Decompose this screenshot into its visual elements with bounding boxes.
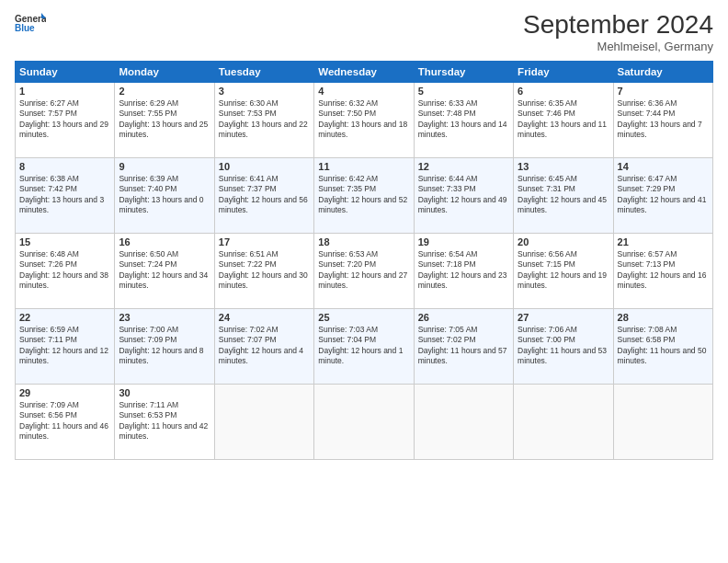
table-cell: 28 Sunrise: 7:08 AMSunset: 6:58 PMDaylig… — [613, 308, 712, 384]
day-number: 7 — [618, 86, 709, 97]
cell-content: Sunrise: 7:11 AMSunset: 6:53 PMDaylight:… — [119, 400, 210, 442]
table-cell: 23 Sunrise: 7:00 AMSunset: 7:09 PMDaylig… — [115, 308, 214, 384]
day-number: 30 — [119, 387, 210, 398]
cell-content: Sunrise: 6:42 AMSunset: 7:35 PMDaylight:… — [318, 174, 409, 216]
header-saturday: Saturday — [613, 61, 712, 82]
table-cell: 25 Sunrise: 7:03 AMSunset: 7:04 PMDaylig… — [314, 308, 414, 384]
cell-content: Sunrise: 7:02 AMSunset: 7:07 PMDaylight:… — [219, 325, 310, 367]
logo-svg: General Blue — [15, 11, 46, 39]
table-cell: 19 Sunrise: 6:54 AMSunset: 7:18 PMDaylig… — [414, 233, 513, 308]
location-subtitle: Mehlmeisel, Germany — [523, 40, 713, 53]
cell-content: Sunrise: 6:33 AMSunset: 7:48 PMDaylight:… — [418, 98, 509, 141]
header-thursday: Thursday — [414, 61, 513, 82]
day-number: 21 — [618, 236, 709, 247]
day-number: 11 — [318, 161, 409, 172]
day-number: 8 — [19, 161, 110, 172]
cell-content: Sunrise: 6:59 AMSunset: 7:11 PMDaylight:… — [19, 325, 110, 367]
svg-text:Blue: Blue — [15, 23, 35, 33]
day-number: 20 — [518, 236, 609, 247]
day-number: 16 — [119, 236, 210, 247]
logo: General Blue — [15, 11, 46, 39]
cell-content: Sunrise: 6:35 AMSunset: 7:46 PMDaylight:… — [518, 98, 609, 141]
table-cell: 27 Sunrise: 7:06 AMSunset: 7:00 PMDaylig… — [514, 308, 613, 384]
table-cell: 29 Sunrise: 7:09 AMSunset: 6:56 PMDaylig… — [16, 384, 115, 459]
day-number: 13 — [518, 161, 609, 172]
svg-text:General: General — [15, 14, 46, 24]
table-cell: 13 Sunrise: 6:45 AMSunset: 7:31 PMDaylig… — [514, 157, 613, 233]
table-cell: 3 Sunrise: 6:30 AMSunset: 7:53 PMDayligh… — [214, 82, 313, 157]
table-cell — [514, 384, 613, 459]
table-cell: 22 Sunrise: 6:59 AMSunset: 7:11 PMDaylig… — [16, 308, 115, 384]
cell-content: Sunrise: 6:38 AMSunset: 7:42 PMDaylight:… — [19, 174, 110, 216]
table-cell: 17 Sunrise: 6:51 AMSunset: 7:22 PMDaylig… — [214, 233, 313, 308]
cell-content: Sunrise: 6:47 AMSunset: 7:29 PMDaylight:… — [618, 174, 709, 216]
cell-content: Sunrise: 6:44 AMSunset: 7:33 PMDaylight:… — [418, 174, 509, 216]
day-number: 10 — [219, 161, 310, 172]
table-cell: 8 Sunrise: 6:38 AMSunset: 7:42 PMDayligh… — [16, 157, 115, 233]
day-number: 25 — [318, 312, 409, 323]
cell-content: Sunrise: 6:36 AMSunset: 7:44 PMDaylight:… — [618, 98, 709, 141]
table-cell — [414, 384, 513, 459]
day-number: 5 — [418, 86, 509, 97]
day-number: 14 — [618, 161, 709, 172]
table-cell: 7 Sunrise: 6:36 AMSunset: 7:44 PMDayligh… — [613, 82, 712, 157]
cell-content: Sunrise: 7:00 AMSunset: 7:09 PMDaylight:… — [119, 325, 210, 367]
day-number: 4 — [318, 86, 409, 97]
cell-content: Sunrise: 6:39 AMSunset: 7:40 PMDaylight:… — [119, 174, 210, 216]
table-cell: 18 Sunrise: 6:53 AMSunset: 7:20 PMDaylig… — [314, 233, 414, 308]
cell-content: Sunrise: 6:56 AMSunset: 7:15 PMDaylight:… — [518, 249, 609, 292]
cell-content: Sunrise: 7:05 AMSunset: 7:02 PMDaylight:… — [418, 325, 509, 367]
day-number: 1 — [19, 86, 110, 97]
cell-content: Sunrise: 6:53 AMSunset: 7:20 PMDaylight:… — [318, 249, 409, 292]
cell-content: Sunrise: 6:45 AMSunset: 7:31 PMDaylight:… — [518, 174, 609, 216]
table-cell — [214, 384, 313, 459]
cell-content: Sunrise: 6:32 AMSunset: 7:50 PMDaylight:… — [318, 98, 409, 141]
day-number: 23 — [119, 312, 210, 323]
cell-content: Sunrise: 7:03 AMSunset: 7:04 PMDaylight:… — [318, 325, 409, 367]
calendar-table: SundayMondayTuesdayWednesdayThursdayFrid… — [15, 61, 713, 460]
table-cell: 24 Sunrise: 7:02 AMSunset: 7:07 PMDaylig… — [214, 308, 313, 384]
cell-content: Sunrise: 6:48 AMSunset: 7:26 PMDaylight:… — [19, 249, 110, 292]
cell-content: Sunrise: 6:29 AMSunset: 7:55 PMDaylight:… — [119, 98, 210, 141]
header-tuesday: Tuesday — [214, 61, 313, 82]
table-cell: 21 Sunrise: 6:57 AMSunset: 7:13 PMDaylig… — [613, 233, 712, 308]
header-monday: Monday — [115, 61, 214, 82]
table-cell: 6 Sunrise: 6:35 AMSunset: 7:46 PMDayligh… — [514, 82, 613, 157]
day-number: 3 — [219, 86, 310, 97]
page-header: General Blue September 2024 Mehlmeisel, … — [15, 11, 713, 53]
cell-content: Sunrise: 6:54 AMSunset: 7:18 PMDaylight:… — [418, 249, 509, 292]
title-block: September 2024 Mehlmeisel, Germany — [523, 11, 713, 53]
cell-content: Sunrise: 6:50 AMSunset: 7:24 PMDaylight:… — [119, 249, 210, 292]
cell-content: Sunrise: 6:41 AMSunset: 7:37 PMDaylight:… — [219, 174, 310, 216]
table-cell: 26 Sunrise: 7:05 AMSunset: 7:02 PMDaylig… — [414, 308, 513, 384]
day-number: 24 — [219, 312, 310, 323]
table-cell: 5 Sunrise: 6:33 AMSunset: 7:48 PMDayligh… — [414, 82, 513, 157]
table-cell: 1 Sunrise: 6:27 AMSunset: 7:57 PMDayligh… — [16, 82, 115, 157]
table-cell: 14 Sunrise: 6:47 AMSunset: 7:29 PMDaylig… — [613, 157, 712, 233]
cell-content: Sunrise: 6:51 AMSunset: 7:22 PMDaylight:… — [219, 249, 310, 292]
day-number: 15 — [19, 236, 110, 247]
table-cell: 9 Sunrise: 6:39 AMSunset: 7:40 PMDayligh… — [115, 157, 214, 233]
day-number: 9 — [119, 161, 210, 172]
day-number: 18 — [318, 236, 409, 247]
cell-content: Sunrise: 6:30 AMSunset: 7:53 PMDaylight:… — [219, 98, 310, 141]
header-sunday: Sunday — [16, 61, 115, 82]
day-number: 27 — [518, 312, 609, 323]
day-number: 22 — [19, 312, 110, 323]
day-number: 2 — [119, 86, 210, 97]
cell-content: Sunrise: 7:08 AMSunset: 6:58 PMDaylight:… — [618, 325, 709, 367]
day-number: 28 — [618, 312, 709, 323]
table-cell: 15 Sunrise: 6:48 AMSunset: 7:26 PMDaylig… — [16, 233, 115, 308]
cell-content: Sunrise: 7:06 AMSunset: 7:00 PMDaylight:… — [518, 325, 609, 367]
header-wednesday: Wednesday — [314, 61, 414, 82]
header-friday: Friday — [514, 61, 613, 82]
cell-content: Sunrise: 6:57 AMSunset: 7:13 PMDaylight:… — [618, 249, 709, 292]
day-number: 29 — [19, 387, 110, 398]
cell-content: Sunrise: 6:27 AMSunset: 7:57 PMDaylight:… — [19, 98, 110, 141]
day-number: 12 — [418, 161, 509, 172]
table-cell: 10 Sunrise: 6:41 AMSunset: 7:37 PMDaylig… — [214, 157, 313, 233]
day-number: 19 — [418, 236, 509, 247]
table-cell: 4 Sunrise: 6:32 AMSunset: 7:50 PMDayligh… — [314, 82, 414, 157]
table-cell: 11 Sunrise: 6:42 AMSunset: 7:35 PMDaylig… — [314, 157, 414, 233]
day-number: 6 — [518, 86, 609, 97]
